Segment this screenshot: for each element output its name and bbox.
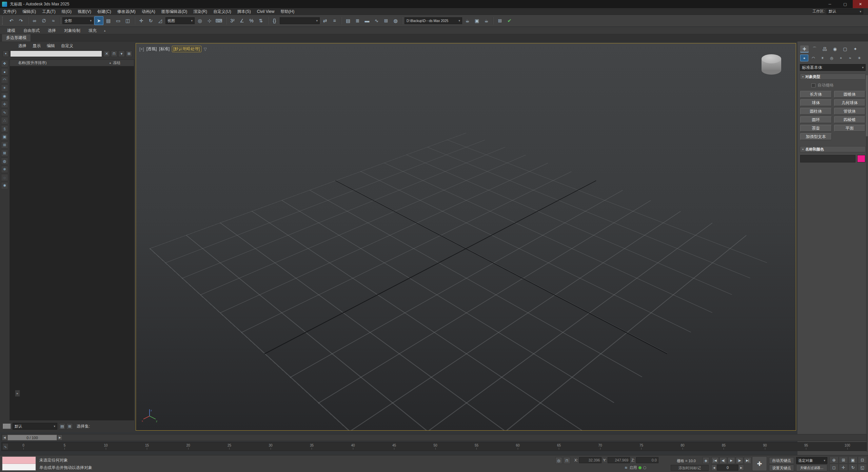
- rectangular-selection-region-icon[interactable]: ▭: [114, 16, 123, 25]
- use-pivot-point-center-icon[interactable]: ◎: [195, 16, 204, 25]
- toggle-layer-explorer-icon[interactable]: ≣: [353, 16, 362, 25]
- key-filters-button[interactable]: 关键点过滤器...: [796, 465, 827, 471]
- ribbon-tab[interactable]: 填充: [85, 27, 100, 34]
- set-key-button[interactable]: 设置关键点: [769, 465, 794, 471]
- mirror-icon[interactable]: ⇄: [320, 16, 330, 25]
- bind-to-space-warp-icon[interactable]: ≈: [49, 16, 58, 25]
- workspace-combo[interactable]: 默认 ▾: [827, 9, 863, 14]
- asset-tracking-icon[interactable]: ⊞: [495, 16, 505, 25]
- schematic-view-icon[interactable]: ⊞: [381, 16, 391, 25]
- zoom-extents-icon[interactable]: ▣: [848, 456, 857, 464]
- polygon-modeling-panel-tab[interactable]: 多边形建模: [2, 34, 31, 41]
- perspective-viewport[interactable]: [+] [透视] [标准] [默认明暗处理] ▽ z x y: [136, 43, 796, 431]
- scene-explorer-list[interactable]: [10, 66, 134, 420]
- frame-increment-icon[interactable]: ▶: [738, 465, 744, 471]
- align-icon[interactable]: ≡: [330, 16, 339, 25]
- name-color-rollout-header[interactable]: ▾ 名称和颜色: [800, 146, 866, 152]
- snaps-toggle-3d-icon[interactable]: 3²: [228, 16, 237, 25]
- teapot-button[interactable]: 茶壶: [800, 125, 832, 132]
- layer-options-icon[interactable]: ⊞: [66, 423, 73, 430]
- select-and-scale-icon[interactable]: ◿: [156, 16, 165, 25]
- redo-icon[interactable]: ↷: [16, 16, 25, 25]
- toggle-ribbon-icon[interactable]: ▬: [362, 16, 372, 25]
- menu-item[interactable]: 图形编辑器(D): [158, 8, 191, 15]
- filter-frozen-icon[interactable]: ❄: [1, 166, 8, 173]
- explorer-menu-item[interactable]: 自定义: [58, 43, 76, 49]
- column-header-frozen[interactable]: 冻结: [113, 60, 134, 65]
- geometry-category-icon[interactable]: ●: [800, 55, 808, 61]
- explorer-menu-item[interactable]: 编辑: [44, 43, 58, 49]
- ribbon-tab[interactable]: 选择: [44, 27, 60, 34]
- create-tab-icon[interactable]: ✚: [800, 45, 809, 53]
- menu-item[interactable]: 帮助(H): [277, 8, 297, 15]
- isolate-selection-icon[interactable]: ◎: [555, 457, 562, 464]
- field-of-view-icon[interactable]: ◻: [829, 464, 839, 471]
- modify-tab-icon[interactable]: ⌒: [810, 45, 819, 53]
- helpers-category-icon[interactable]: ⌖: [837, 55, 845, 61]
- menu-item[interactable]: 修改器(M): [114, 8, 139, 15]
- toggle-scene-explorer-icon[interactable]: ▤: [343, 16, 353, 25]
- menu-item[interactable]: Civil View: [254, 8, 278, 15]
- track-bar[interactable]: ∿ 0 5 10 15 20 25: [1, 442, 867, 451]
- selection-lock-icon[interactable]: ⊓: [564, 457, 570, 464]
- viewport-general-menu[interactable]: [+]: [139, 47, 144, 52]
- object-category-combo[interactable]: 标准基本体 ▾: [800, 64, 866, 71]
- geosphere-button[interactable]: 几何球体: [834, 99, 866, 106]
- menu-item[interactable]: 脚本(S): [234, 8, 254, 15]
- go-to-end-button[interactable]: ▶|: [744, 457, 751, 464]
- pan-icon[interactable]: ✛: [839, 464, 848, 471]
- select-by-name-icon[interactable]: ▤: [104, 16, 113, 25]
- display-options-icon[interactable]: ▾: [118, 51, 125, 57]
- autogrid-checkbox[interactable]: [811, 83, 815, 87]
- filter-spacewarps-icon[interactable]: ∿: [1, 109, 8, 116]
- object-name-field[interactable]: [800, 155, 855, 162]
- key-mode-toggle-icon[interactable]: ◈: [703, 457, 709, 464]
- auto-key-button[interactable]: 自动关键点: [769, 457, 794, 464]
- view-cube[interactable]: [758, 52, 784, 78]
- viewport-shading-menu[interactable]: [默认明暗处理]: [172, 46, 201, 52]
- window-crossing-icon[interactable]: ◫: [123, 16, 132, 25]
- viewport-pov-menu[interactable]: [透视]: [146, 46, 157, 52]
- filter-particles-icon[interactable]: ∴: [1, 117, 8, 124]
- frame-decrement-icon[interactable]: ◀: [711, 465, 717, 471]
- motion-tab-icon[interactable]: ◉: [831, 45, 839, 53]
- go-to-start-button[interactable]: |◀: [711, 457, 719, 464]
- ribbon-tab[interactable]: 建模: [3, 27, 19, 34]
- undo-icon[interactable]: ↶: [7, 16, 16, 25]
- lock-explorer-icon[interactable]: ⊓: [111, 51, 117, 57]
- search-input[interactable]: [10, 51, 102, 57]
- next-frame-button[interactable]: |▶: [736, 457, 743, 464]
- set-keys-button[interactable]: ✚: [752, 456, 767, 471]
- explorer-menu-item[interactable]: 选择: [16, 43, 29, 49]
- menu-item[interactable]: 文件(F): [0, 8, 19, 15]
- angle-snap-icon[interactable]: ∠: [237, 16, 246, 25]
- textplus-button[interactable]: 加强型文本: [800, 133, 832, 140]
- ribbon-tab[interactable]: 自由形式: [20, 27, 43, 34]
- app-logo-icon[interactable]: [2, 2, 7, 7]
- filter-xrefs-icon[interactable]: ⊠: [1, 150, 8, 157]
- select-object-icon[interactable]: ➤: [94, 16, 103, 25]
- percent-snap-icon[interactable]: %: [247, 16, 256, 25]
- filter-shapes-icon[interactable]: ◠: [1, 76, 8, 83]
- select-and-link-icon[interactable]: ∞: [30, 16, 39, 25]
- project-folder-combo[interactable]: D:\Backup\D⋯ds Max 2025 ▾: [405, 17, 462, 24]
- tube-button[interactable]: 管状体: [834, 108, 866, 115]
- add-time-tag-button[interactable]: 添加时间标记: [671, 465, 709, 471]
- named-selection-combo[interactable]: ▾: [280, 17, 320, 24]
- cached-playback-indicator[interactable]: ≋ 启用: [625, 465, 646, 470]
- layer-color-swatch[interactable]: [3, 424, 11, 429]
- cone-button[interactable]: 圆锥体: [834, 91, 866, 98]
- time-slider-next-icon[interactable]: ▶: [57, 435, 62, 440]
- object-color-swatch[interactable]: [857, 155, 865, 162]
- sphere-button[interactable]: 球体: [800, 99, 832, 106]
- menu-item[interactable]: 创建(C): [94, 8, 114, 15]
- shapes-category-icon[interactable]: ◠: [809, 55, 817, 61]
- render-setup-icon[interactable]: ☕: [463, 16, 472, 25]
- render-production-icon[interactable]: ☕: [482, 16, 491, 25]
- filter-containers-icon[interactable]: ▣: [1, 133, 8, 140]
- select-and-manipulate-icon[interactable]: ⊹: [205, 16, 214, 25]
- selection-filter-combo[interactable]: 全部 ▾: [62, 17, 94, 24]
- play-button[interactable]: ▶: [728, 457, 735, 464]
- script-listener-line[interactable]: [2, 464, 36, 470]
- explorer-settings-icon[interactable]: ⊞: [126, 51, 132, 57]
